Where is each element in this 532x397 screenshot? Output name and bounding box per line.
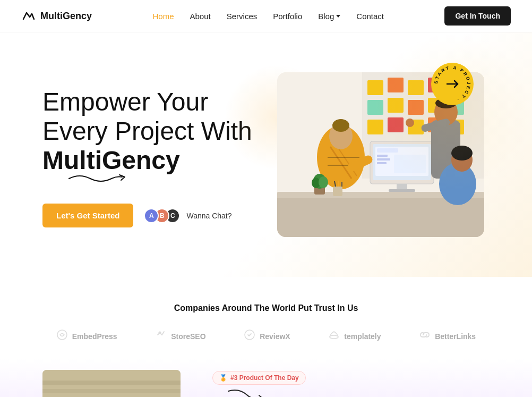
hero-title: Empower Your Every Project With MultiGen…	[42, 87, 252, 175]
badge-icon: 🏅	[219, 374, 227, 382]
svg-point-47	[451, 146, 473, 161]
betterlinks-label: BetterLinks	[435, 332, 476, 341]
teaser-content: 🏅 #3 Product Of The Day Your Vision, Our…	[212, 371, 313, 397]
svg-rect-15	[367, 120, 383, 134]
svg-point-44	[406, 119, 414, 127]
bottom-teaser: 🏅 #3 Product Of The Day Your Vision, Our…	[0, 359, 532, 397]
blog-dropdown-icon	[336, 15, 340, 18]
nav-item-services[interactable]: Services	[227, 12, 258, 21]
badge-circle: START A PROJECT ·	[431, 63, 474, 105]
svg-rect-7	[408, 80, 424, 95]
svg-rect-29	[389, 189, 415, 192]
svg-rect-63	[42, 389, 181, 393]
betterlinks-icon	[419, 329, 431, 343]
company-templately: templately	[328, 329, 381, 343]
company-reviewx: ReviewX	[244, 329, 290, 343]
badge-label: #3 Product Of The Day	[230, 374, 299, 382]
svg-point-57	[57, 330, 67, 340]
company-logos: EmbedPress StoreSEO ReviewX templately B…	[42, 329, 490, 343]
company-storeseo: StoreSEO	[155, 329, 205, 343]
navbar: MultiGency Home About Services Portfolio…	[0, 0, 532, 32]
wanna-chat-label: Wanna Chat?	[186, 212, 231, 220]
chat-avatars: A B C	[144, 208, 176, 223]
reviewx-label: ReviewX	[260, 332, 290, 341]
company-embedpress: EmbedPress	[56, 329, 117, 343]
wanna-chat-button[interactable]: A B C Wanna Chat?	[144, 208, 231, 223]
storeseo-label: StoreSEO	[171, 332, 205, 341]
embedpress-label: EmbedPress	[72, 332, 117, 341]
svg-rect-6	[388, 78, 404, 92]
nav-item-blog[interactable]: Blog	[318, 12, 340, 21]
templately-label: templately	[344, 332, 381, 341]
svg-rect-62	[42, 381, 181, 385]
trusted-section: Companies Around The World Put Trust In …	[0, 277, 532, 359]
svg-point-60	[330, 335, 338, 339]
product-badge: 🏅 #3 Product Of The Day	[212, 371, 306, 385]
svg-point-58	[159, 332, 161, 334]
embedpress-icon	[56, 329, 68, 343]
svg-rect-27	[394, 155, 426, 173]
svg-rect-56	[277, 216, 484, 237]
nav-item-home[interactable]: Home	[152, 12, 174, 21]
nav-item-about[interactable]: About	[190, 12, 211, 21]
teaser-image	[42, 370, 181, 397]
svg-rect-26	[377, 162, 387, 164]
company-betterlinks: BetterLinks	[419, 329, 476, 343]
storeseo-icon	[155, 329, 167, 343]
trusted-title: Companies Around The World Put Trust In …	[42, 303, 490, 313]
svg-rect-5	[367, 80, 383, 95]
reviewx-icon	[244, 329, 255, 343]
get-in-touch-button[interactable]: Get In Touch	[444, 6, 511, 26]
hero-content: Empower Your Every Project With MultiGen…	[42, 87, 252, 228]
svg-rect-10	[367, 100, 383, 115]
svg-rect-23	[377, 148, 398, 153]
svg-rect-16	[388, 117, 404, 132]
hero-section: Empower Your Every Project With MultiGen…	[0, 32, 532, 277]
svg-rect-25	[377, 158, 390, 161]
project-badge[interactable]: START A PROJECT ·	[431, 63, 474, 105]
nav-item-portfolio[interactable]: Portfolio	[273, 12, 302, 21]
nav-links: Home About Services Portfolio Blog Conta…	[152, 12, 384, 21]
logo[interactable]: MultiGency	[21, 9, 92, 23]
svg-rect-11	[388, 98, 404, 113]
nav-item-contact[interactable]: Contact	[356, 12, 384, 21]
logo-text: MultiGency	[40, 11, 92, 22]
hero-image-container: START A PROJECT ·	[277, 72, 490, 242]
svg-rect-12	[408, 100, 424, 115]
templately-icon	[328, 329, 340, 343]
svg-point-38	[332, 119, 349, 132]
hero-actions: Let's Get Started A B C Wanna Chat?	[42, 204, 252, 227]
lets-get-started-button[interactable]: Let's Get Started	[42, 204, 133, 227]
svg-rect-24	[377, 155, 388, 157]
svg-rect-52	[333, 187, 342, 196]
svg-point-51	[319, 176, 328, 188]
